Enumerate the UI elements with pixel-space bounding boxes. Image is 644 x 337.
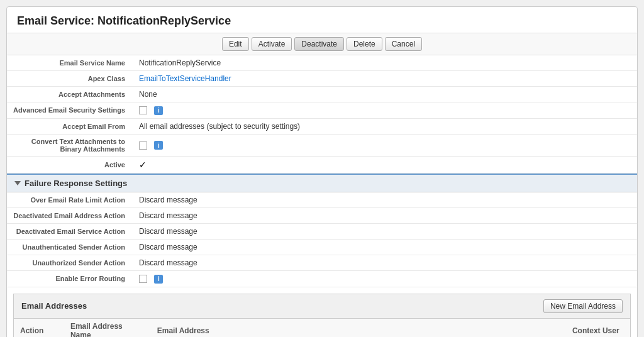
cancel-button[interactable]: Cancel	[385, 37, 422, 51]
enable-error-routing-value: i	[133, 270, 637, 287]
unauthenticated-sender-row: Unauthenticated Sender Action Discard me…	[7, 239, 637, 255]
over-email-rate-row: Over Email Rate Limit Action Discard mes…	[7, 192, 637, 208]
accept-attachments-value: None	[133, 87, 637, 102]
apex-class-row: Apex Class EmailToTextServiceHandler	[7, 71, 637, 87]
action-column-header: Action	[14, 319, 64, 337]
apex-class-label: Apex Class	[7, 71, 133, 87]
email-addresses-table: Action Email Address Name Email Address …	[14, 319, 630, 337]
failure-response-header: Failure Response Settings	[7, 174, 637, 192]
email-address-name-column-header: Email Address Name	[64, 319, 151, 337]
accept-attachments-label: Accept Attachments	[7, 87, 133, 102]
unauthorized-sender-value: Discard message	[133, 255, 637, 270]
unauthenticated-sender-value: Discard message	[133, 239, 637, 255]
enable-error-routing-label: Enable Error Routing	[7, 270, 133, 287]
over-email-rate-label: Over Email Rate Limit Action	[7, 192, 133, 208]
unauthorized-sender-label: Unauthorized Sender Action	[7, 255, 133, 270]
accept-email-from-label: Accept Email From	[7, 118, 133, 134]
page-container: Email Service: NotificationReplyService …	[6, 6, 638, 337]
active-label: Active	[7, 156, 133, 173]
email-service-name-value: NotificationReplyService	[133, 55, 637, 71]
delete-button[interactable]: Delete	[347, 37, 382, 51]
active-row: Active ✓	[7, 156, 637, 173]
convert-text-value: i	[133, 134, 637, 156]
email-service-name-label: Email Service Name	[7, 55, 133, 71]
toolbar: Edit Activate Deactivate Delete Cancel	[7, 33, 637, 55]
enable-error-routing-info-icon: i	[154, 275, 163, 284]
detail-table: Email Service Name NotificationReplyServ…	[7, 55, 637, 174]
deactivated-email-service-label: Deactivated Email Service Action	[7, 223, 133, 239]
email-table-header-row: Action Email Address Name Email Address …	[14, 319, 630, 337]
deactivated-email-service-value: Discard message	[133, 223, 637, 239]
enable-error-routing-checkbox[interactable]	[139, 275, 147, 283]
email-addresses-section: Email Addresses New Email Address Action…	[13, 294, 631, 337]
enable-error-routing-row: Enable Error Routing i	[7, 270, 637, 287]
failure-response-title: Failure Response Settings	[25, 179, 127, 188]
failure-response-table: Over Email Rate Limit Action Discard mes…	[7, 192, 637, 287]
page-title: Email Service: NotificationReplyService	[7, 7, 637, 33]
advanced-email-security-row: Advanced Email Security Settings i	[7, 102, 637, 119]
advanced-email-security-label: Advanced Email Security Settings	[7, 102, 133, 119]
deactivated-email-address-row: Deactivated Email Address Action Discard…	[7, 207, 637, 223]
apex-class-value: EmailToTextServiceHandler	[133, 71, 637, 87]
email-service-name-row: Email Service Name NotificationReplyServ…	[7, 55, 637, 71]
email-addresses-header: Email Addresses New Email Address	[14, 294, 630, 319]
new-email-address-button[interactable]: New Email Address	[543, 299, 623, 313]
deactivate-button[interactable]: Deactivate	[294, 37, 344, 51]
email-addresses-title: Email Addresses	[21, 301, 87, 311]
deactivated-email-address-value: Discard message	[133, 207, 637, 223]
deactivated-email-address-label: Deactivated Email Address Action	[7, 207, 133, 223]
convert-text-checkbox[interactable]	[139, 141, 147, 150]
apex-class-link[interactable]: EmailToTextServiceHandler	[139, 74, 231, 83]
convert-text-info-icon: i	[154, 141, 163, 150]
activate-button[interactable]: Activate	[252, 37, 292, 51]
accept-email-from-value: All email addresses (subject to security…	[133, 118, 637, 134]
convert-text-row: Convert Text Attachments to Binary Attac…	[7, 134, 637, 156]
advanced-email-security-checkbox[interactable]	[139, 106, 147, 114]
advanced-email-security-value: i	[133, 102, 637, 119]
convert-text-label: Convert Text Attachments to Binary Attac…	[7, 134, 133, 156]
accept-email-from-row: Accept Email From All email addresses (s…	[7, 118, 637, 134]
accept-attachments-row: Accept Attachments None	[7, 87, 637, 102]
edit-button[interactable]: Edit	[222, 37, 249, 51]
over-email-rate-value: Discard message	[133, 192, 637, 208]
unauthenticated-sender-label: Unauthenticated Sender Action	[7, 239, 133, 255]
advanced-email-security-info-icon: i	[154, 106, 163, 115]
email-address-column-header: Email Address	[151, 319, 566, 337]
active-value: ✓	[133, 156, 637, 173]
active-checkmark: ✓	[139, 160, 147, 170]
unauthorized-sender-row: Unauthorized Sender Action Discard messa…	[7, 255, 637, 270]
deactivated-email-service-row: Deactivated Email Service Action Discard…	[7, 223, 637, 239]
context-user-column-header: Context User	[566, 319, 630, 337]
collapse-triangle-icon[interactable]	[14, 181, 21, 185]
